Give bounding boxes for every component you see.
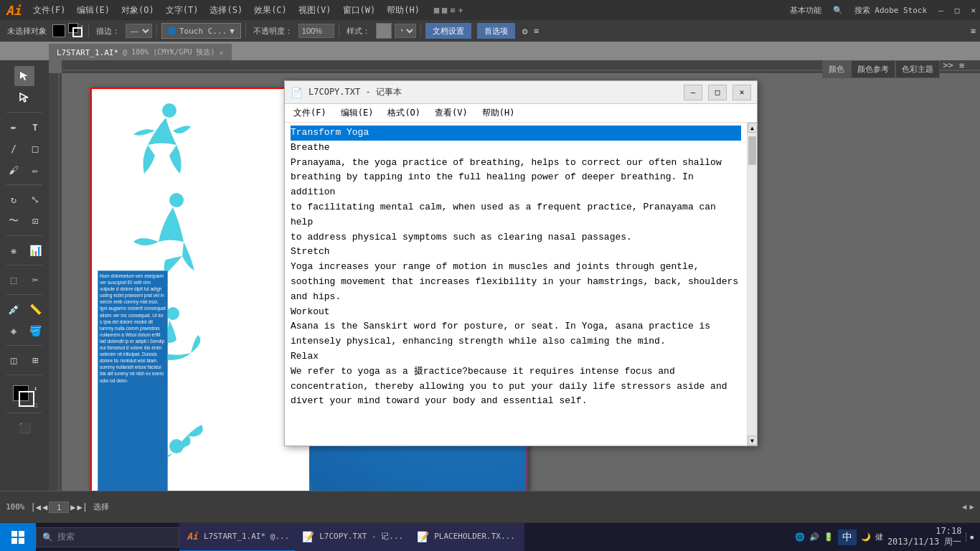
status-navigate-icon[interactable]: ◀: [962, 502, 967, 512]
workspace-menu[interactable]: 基本功能: [786, 5, 826, 16]
touch-button[interactable]: Touch C... ▼: [161, 23, 241, 39]
eyedropper-tool[interactable]: 💉: [4, 299, 24, 319]
menu-object[interactable]: 对象(O): [116, 4, 160, 17]
toolbox-color-swatches[interactable]: ↕ ⬚: [13, 385, 36, 408]
menu-file[interactable]: 文件(F): [27, 4, 72, 17]
taskbar-time[interactable]: 17:18 2013/11/13 周一: [887, 526, 961, 548]
toolbar-extra-2[interactable]: ≡: [534, 26, 539, 36]
text-box-overlay[interactable]: Num doloreetum ven esequam ver suscipisi…: [98, 270, 168, 514]
taskbar-app-notepad2[interactable]: 📝 PLACEHOLDER.TX...: [410, 523, 524, 552]
free-transform-tool[interactable]: ⊡: [25, 211, 45, 231]
menu-help[interactable]: 帮助(H): [381, 4, 425, 17]
ime-indicator[interactable]: 中: [838, 529, 857, 545]
scale-tool[interactable]: ⤡: [25, 189, 45, 209]
color-tab-color[interactable]: 颜色: [822, 60, 851, 78]
panel-menu-icon[interactable]: ≡: [956, 60, 967, 78]
change-screen-mode[interactable]: ⬛: [14, 418, 34, 438]
notepad-close-button[interactable]: ✕: [732, 85, 751, 100]
touch-icon: [168, 27, 176, 35]
symbol-sprayer-tool[interactable]: ❋: [4, 240, 24, 260]
page-next-last[interactable]: ▶|: [77, 502, 87, 512]
scroll-up-button[interactable]: ▲: [748, 123, 758, 133]
menu-window[interactable]: 窗口(W): [337, 4, 382, 17]
style-swatch[interactable]: [376, 23, 392, 39]
taskbar-app-illustrator[interactable]: Ai L7START_1.AI* @...: [179, 523, 295, 552]
taskbar-health-icon[interactable]: 健: [875, 532, 883, 542]
doc-tab-close[interactable]: ✕: [219, 49, 223, 57]
measure-tool[interactable]: 📏: [25, 299, 45, 319]
live-paint-tool[interactable]: 🪣: [25, 321, 45, 341]
slice-tool[interactable]: ✂: [25, 270, 45, 290]
doc-tab-active[interactable]: L7START_1.AI* @ 100% (CMYK/GPU 预选) ✕: [49, 44, 232, 60]
pen-tool[interactable]: ✒: [4, 117, 24, 137]
stroke-dropdown[interactable]: —: [126, 24, 152, 38]
np-menu-help[interactable]: 帮助(H): [476, 105, 521, 121]
panel-expand-icon[interactable]: >>: [940, 60, 956, 78]
warp-tool[interactable]: 〜: [4, 211, 24, 231]
notepad-text-area[interactable]: Transform Yoga Breathe Pranayama, the yo…: [285, 123, 747, 446]
blend-tool[interactable]: ◈: [4, 321, 24, 341]
color-tab-theme[interactable]: 色彩主题: [895, 60, 940, 78]
menu-select[interactable]: 选择(S): [204, 4, 248, 17]
taskbar-search-box[interactable]: 🔍 搜索: [36, 527, 179, 547]
taskbar-network-icon[interactable]: 🌐: [795, 532, 805, 542]
type-tool[interactable]: T: [25, 117, 45, 137]
doc-settings-button[interactable]: 文档设置: [425, 23, 471, 39]
fill-stroke-toggle[interactable]: ↕: [68, 23, 84, 39]
menu-text[interactable]: 文字(T): [160, 4, 204, 17]
pencil-tool[interactable]: ✏: [25, 160, 45, 180]
selection-tool[interactable]: [14, 66, 34, 86]
taskbar-app-notepad1[interactable]: 📝 L7COPY.TXT - 记...: [295, 523, 410, 552]
page-input[interactable]: [49, 501, 69, 513]
notepad-scrollbar[interactable]: ▲ ▼: [747, 123, 757, 446]
mesh-tool[interactable]: ⊞: [25, 350, 45, 370]
ext-icon-arrow[interactable]: ✈: [458, 5, 463, 15]
preferences-button[interactable]: 首选项: [477, 23, 515, 39]
fill-color-swatch[interactable]: [52, 24, 65, 37]
canvas-content[interactable]: Num doloreetum ven esequam ver suscipisi…: [62, 73, 980, 519]
rotate-tool[interactable]: ↻: [4, 189, 24, 209]
start-button[interactable]: [0, 523, 36, 552]
graph-tool[interactable]: 📊: [25, 240, 45, 260]
scroll-track[interactable]: [748, 133, 757, 435]
search-stock-icon[interactable]: 🔍: [829, 6, 847, 15]
toolbar-extra-1[interactable]: ⚙: [522, 26, 528, 37]
notepad-line-13: Relax: [291, 349, 741, 364]
page-prev[interactable]: ◀: [42, 502, 47, 512]
page-prev-first[interactable]: |◀: [31, 502, 41, 512]
direct-selection-tool[interactable]: [14, 88, 34, 108]
notepad-minimize-button[interactable]: —: [684, 85, 702, 100]
paintbrush-tool[interactable]: 🖌: [4, 160, 24, 180]
status-navigate-icon2[interactable]: ▶: [969, 502, 974, 512]
close-icon[interactable]: ✕: [966, 6, 980, 15]
scroll-thumb[interactable]: [748, 136, 756, 165]
np-menu-edit[interactable]: 编辑(E): [335, 105, 380, 121]
style-dropdown[interactable]: ▼: [395, 24, 416, 38]
ext-icon-3[interactable]: ≡: [450, 5, 455, 15]
color-tab-reference[interactable]: 颜色参考: [851, 60, 895, 78]
taskbar-moon-icon[interactable]: 🌙: [861, 532, 871, 542]
menu-view[interactable]: 视图(V): [293, 4, 337, 17]
notepad-restore-button[interactable]: □: [708, 85, 727, 100]
ext-icon-1[interactable]: ▦: [434, 5, 439, 15]
taskbar-show-desktop[interactable]: ▪: [966, 532, 974, 542]
line-tool[interactable]: /: [4, 138, 24, 159]
artboard-tool[interactable]: ⬚: [4, 270, 24, 290]
page-next[interactable]: ▶: [70, 502, 75, 512]
opacity-input[interactable]: [298, 24, 334, 38]
minimize-icon[interactable]: —: [934, 6, 948, 15]
gradient-tool[interactable]: ◫: [4, 350, 24, 370]
np-menu-file[interactable]: 文件(F): [288, 105, 332, 121]
np-menu-format[interactable]: 格式(O): [382, 105, 426, 121]
taskbar-battery-icon[interactable]: 🔋: [824, 532, 834, 542]
scroll-down-button[interactable]: ▼: [748, 435, 758, 446]
np-menu-view[interactable]: 查看(V): [429, 105, 473, 121]
toolbar-extra-right[interactable]: ≡: [971, 26, 976, 36]
rect-tool[interactable]: □: [25, 138, 45, 159]
menu-edit[interactable]: 编辑(E): [71, 4, 116, 17]
taskbar-volume-icon[interactable]: 🔊: [809, 532, 819, 542]
restore-icon[interactable]: □: [951, 6, 964, 15]
ext-icon-2[interactable]: ▦: [442, 5, 447, 15]
touch-dropdown-arrow[interactable]: ▼: [230, 27, 235, 36]
menu-effect[interactable]: 效果(C): [248, 4, 293, 17]
